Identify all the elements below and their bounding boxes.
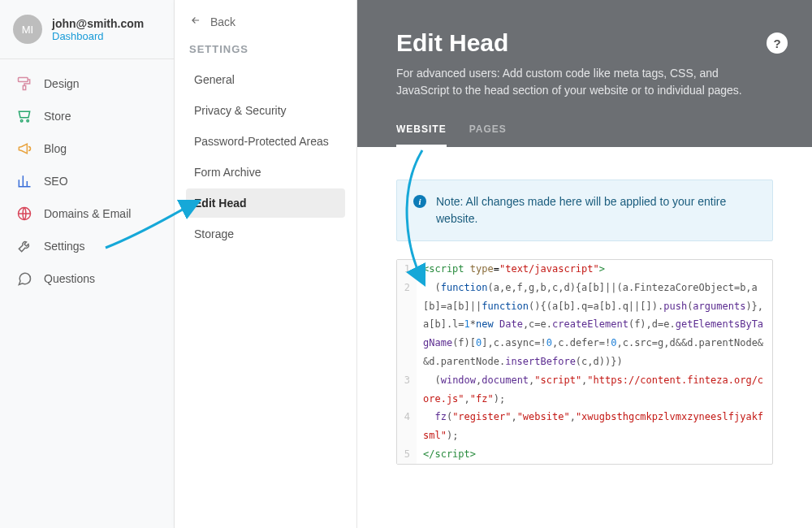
settings-panel: Back SETTINGS General Privacy & Security… [175, 0, 357, 528]
info-note: i Note: All changes made here will be ap… [396, 180, 773, 241]
arrow-left-icon [189, 15, 202, 28]
sidebar-item-label: Settings [44, 240, 85, 253]
back-label: Back [210, 15, 235, 28]
settings-item-password[interactable]: Password-Protected Areas [186, 127, 345, 156]
sidebar-item-label: Store [44, 110, 71, 123]
user-block: MI john@smith.com Dashboard [0, 0, 174, 55]
sidebar-item-blog[interactable]: Blog [0, 132, 174, 165]
sidebar-item-seo[interactable]: SEO [0, 165, 174, 197]
info-icon: i [413, 195, 426, 208]
settings-item-storage[interactable]: Storage [186, 219, 345, 249]
sidebar-item-design[interactable]: Design [0, 67, 174, 100]
tab-pages[interactable]: PAGES [469, 123, 507, 147]
tabs: WEBSITE PAGES [396, 123, 773, 147]
page-title: Edit Head [396, 29, 773, 57]
bar-chart-icon [16, 173, 32, 189]
megaphone-icon [16, 141, 32, 157]
divider [0, 58, 174, 59]
settings-item-general[interactable]: General [186, 65, 345, 94]
sidebar-item-label: SEO [44, 175, 68, 188]
content-area: i Note: All changes made here will be ap… [357, 147, 812, 528]
svg-point-3 [27, 120, 29, 123]
info-text: Note: All changes made here will be appl… [436, 193, 756, 227]
hero: ? Edit Head For advanced users: Add cust… [357, 0, 812, 147]
tab-website[interactable]: WEBSITE [396, 123, 447, 147]
dashboard-link[interactable]: Dashboard [52, 30, 144, 42]
sidebar-item-label: Design [44, 77, 80, 90]
sidebar-item-domains[interactable]: Domains & Email [0, 197, 174, 230]
svg-rect-0 [19, 78, 28, 82]
help-button[interactable]: ? [767, 32, 788, 54]
sidebar-item-store[interactable]: Store [0, 100, 174, 132]
back-button[interactable]: Back [186, 15, 345, 28]
svg-rect-1 [23, 86, 25, 90]
primary-sidebar: MI john@smith.com Dashboard Design Store… [0, 0, 175, 528]
page-subtitle: For advanced users: Add custom code like… [396, 65, 773, 99]
sidebar-item-questions[interactable]: Questions [0, 262, 174, 295]
svg-point-2 [20, 120, 23, 123]
cart-icon [16, 108, 32, 124]
main-content: ? Edit Head For advanced users: Add cust… [357, 0, 812, 528]
sidebar-item-settings[interactable]: Settings [0, 230, 174, 262]
sidebar-item-label: Domains & Email [44, 207, 131, 220]
code-editor[interactable]: 1<script type="text/javascript"> 2 (func… [396, 259, 773, 465]
settings-item-edit-head[interactable]: Edit Head [186, 188, 345, 218]
sidebar-item-label: Blog [44, 142, 67, 155]
avatar: MI [13, 15, 42, 44]
wrench-icon [16, 238, 32, 254]
paint-roller-icon [16, 76, 32, 92]
chat-icon [16, 270, 32, 287]
settings-item-privacy[interactable]: Privacy & Security [186, 96, 345, 125]
user-email: john@smith.com [52, 17, 144, 30]
settings-header: SETTINGS [189, 43, 345, 55]
settings-item-form-archive[interactable]: Form Archive [186, 158, 345, 187]
sidebar-item-label: Questions [44, 272, 95, 285]
globe-icon [16, 206, 32, 222]
